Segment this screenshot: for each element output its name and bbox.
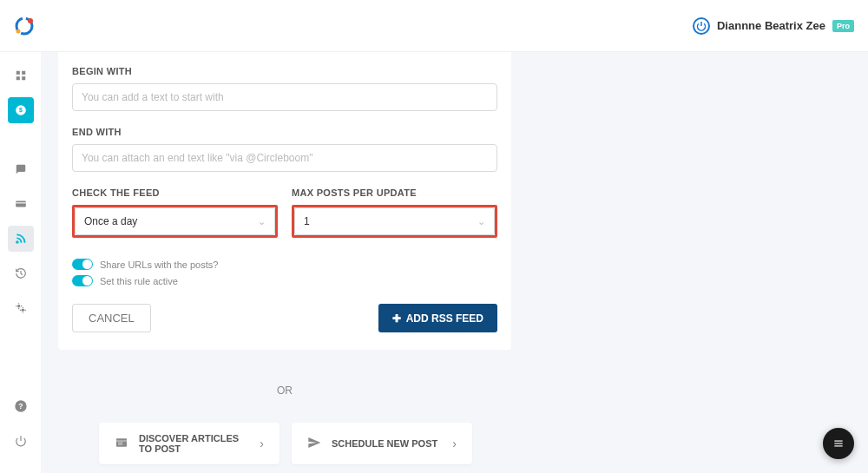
rule-active-label: Set this rule active [100,276,178,286]
add-rss-label: ADD RSS FEED [406,312,483,325]
plus-icon: ✚ [392,312,401,325]
sidebar-help-icon[interactable]: ? [8,393,34,419]
svg-point-1 [28,18,33,23]
svg-rect-5 [22,71,25,75]
check-feed-value: Once a day [84,215,137,227]
begin-with-label: BEGIN WITH [72,66,497,76]
sidebar-logout-icon[interactable] [8,428,34,454]
svg-rect-6 [16,76,19,80]
svg-text:?: ? [18,402,23,411]
svg-rect-4 [16,71,19,75]
max-posts-value: 1 [304,215,310,227]
user-menu[interactable]: Diannne Beatrix Zee Pro [693,17,854,35]
send-icon [307,436,321,452]
chevron-down-icon: ⌄ [477,216,485,227]
discover-label: DISCOVER ARTICLES TO POST [139,433,249,454]
end-with-input[interactable] [72,144,497,172]
schedule-post-card[interactable]: SCHEDULE NEW POST › [292,423,472,464]
pro-badge: Pro [832,20,854,32]
or-separator: OR [58,384,511,397]
max-posts-label: MAX POSTS PER UPDATE [292,187,497,198]
begin-with-input[interactable] [72,83,497,111]
share-urls-label: Share URLs with the posts? [100,259,218,270]
sidebar-history-icon[interactable] [8,260,34,286]
cancel-button[interactable]: CANCEL [72,304,151,332]
share-urls-toggle[interactable] [72,259,93,270]
svg-point-12 [16,241,18,243]
max-posts-select[interactable]: 1 ⌄ [294,207,495,235]
chevron-right-icon: › [260,437,264,450]
sidebar-settings-icon[interactable] [8,295,34,321]
chevron-right-icon: › [452,437,457,450]
sidebar-comment-icon[interactable] [8,156,34,182]
rule-active-toggle[interactable] [72,275,93,286]
sidebar-rss-icon[interactable] [8,226,34,252]
svg-point-13 [16,305,20,308]
power-icon [693,17,710,35]
discover-articles-card[interactable]: DISCOVER ARTICLES TO POST › [99,423,279,464]
sidebar-card-icon[interactable] [8,191,34,217]
svg-point-14 [21,309,23,312]
schedule-label: SCHEDULE NEW POST [332,438,442,449]
add-rss-feed-button[interactable]: ✚ ADD RSS FEED [378,304,497,332]
chevron-down-icon: ⌄ [258,216,266,227]
check-feed-label: CHECK THE FEED [72,187,278,198]
svg-rect-7 [22,76,25,80]
sidebar-dollar-icon[interactable]: $ [8,97,34,123]
svg-point-2 [16,29,21,33]
sidebar-grid-icon[interactable] [8,62,34,89]
svg-text:$: $ [19,107,23,114]
app-logo[interactable] [14,16,35,36]
end-with-label: END WITH [72,127,497,137]
fab-menu-button[interactable] [823,428,854,459]
articles-icon [115,436,128,452]
check-feed-select[interactable]: Once a day ⌄ [75,207,275,235]
svg-rect-10 [16,201,26,207]
user-name: Diannne Beatrix Zee [717,19,825,32]
